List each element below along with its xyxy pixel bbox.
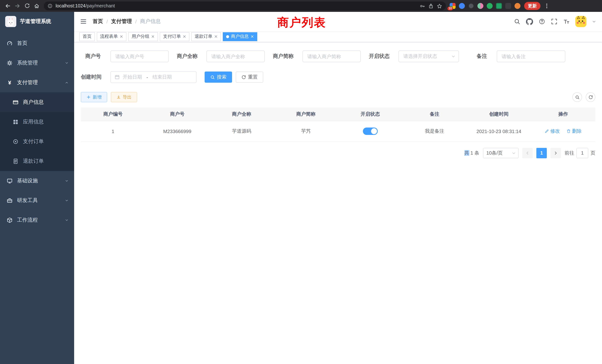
gear-icon bbox=[7, 60, 13, 66]
tab-close-icon[interactable] bbox=[183, 35, 186, 38]
browser-home-icon[interactable] bbox=[32, 1, 42, 11]
sidebar-item-merchant-info[interactable]: 商户信息 bbox=[0, 92, 74, 112]
tab-home[interactable]: 首页 bbox=[79, 32, 95, 41]
fullscreen-icon[interactable] bbox=[551, 18, 558, 25]
url-text: localhost:1024/pay/merchant bbox=[56, 3, 417, 9]
breadcrumb: 首页 / 支付管理 / 商户信息 bbox=[93, 18, 161, 25]
tab-merchant-info[interactable]: 商户信息 bbox=[223, 32, 257, 41]
status-toggle[interactable] bbox=[363, 128, 378, 135]
user-avatar[interactable] bbox=[575, 16, 586, 27]
merchant-no-input[interactable] bbox=[110, 50, 169, 62]
app-logo-row[interactable]: 芋道管理系统 bbox=[0, 12, 74, 31]
tab-close-icon[interactable] bbox=[151, 35, 155, 38]
card-icon bbox=[13, 99, 19, 105]
filter-create-time: 创建时间 开始日期 - 结束日期 bbox=[81, 71, 196, 83]
browser-reload-icon[interactable] bbox=[22, 1, 32, 11]
tab-pay-order[interactable]: 支付订单 bbox=[160, 32, 189, 41]
tab-close-icon[interactable] bbox=[214, 35, 218, 38]
help-icon[interactable] bbox=[539, 18, 545, 25]
column-header: 操作 bbox=[531, 107, 595, 121]
browser-address-bar[interactable]: localhost:1024/pay/merchant bbox=[44, 1, 446, 10]
font-size-icon[interactable] bbox=[563, 18, 570, 25]
status-select[interactable]: 请选择开启状态 bbox=[398, 50, 459, 62]
table-header-row: 商户编号 商户号 商户全称 商户简称 开启状态 备注 创建时间 操作 bbox=[81, 107, 595, 121]
full-name-input[interactable] bbox=[206, 50, 265, 62]
toggle-search-icon[interactable] bbox=[572, 92, 582, 102]
cell-merchant-no: M233666999 bbox=[145, 121, 209, 142]
extension-icon-6[interactable] bbox=[496, 3, 502, 9]
remark-input[interactable] bbox=[497, 50, 565, 62]
sidebar-item-home[interactable]: 首页 bbox=[0, 33, 74, 53]
page-number-button[interactable]: 1 bbox=[536, 148, 547, 158]
search-button[interactable]: 搜索 bbox=[205, 72, 232, 83]
browser-back-icon[interactable] bbox=[3, 1, 13, 11]
sidebar-item-infrastructure[interactable]: 基础设施 bbox=[0, 171, 74, 191]
browser-forward-icon[interactable] bbox=[13, 1, 22, 11]
sidebar-item-refund-order[interactable]: 退款订单 bbox=[0, 151, 74, 171]
extension-icon-3[interactable] bbox=[468, 3, 474, 9]
sidebar-item-label: 首页 bbox=[17, 40, 27, 46]
extension-icon-1[interactable]: 10 bbox=[450, 3, 456, 9]
export-button-label: 导出 bbox=[123, 94, 132, 100]
navbar-right bbox=[514, 16, 596, 27]
cell-operations: 修改 删除 bbox=[531, 121, 595, 142]
reset-button-label: 重置 bbox=[248, 74, 258, 80]
pagination-total: 共 1 条 bbox=[464, 150, 479, 156]
edit-button[interactable]: 修改 bbox=[545, 128, 560, 135]
page-size-select[interactable]: 10条/页 bbox=[483, 148, 519, 158]
cell-merchant-id: 1 bbox=[81, 121, 145, 142]
sidebar-item-workflow[interactable]: 工作流程 bbox=[0, 210, 74, 230]
tab-label: 用户分组 bbox=[132, 33, 149, 40]
extension-badge: 10 bbox=[447, 7, 453, 10]
sidebar-item-label: 支付订单 bbox=[23, 138, 44, 145]
breadcrumb-separator: / bbox=[135, 19, 137, 24]
chevron-down-icon bbox=[64, 179, 69, 183]
sidebar-item-system[interactable]: 系统管理 bbox=[0, 53, 74, 73]
share-icon[interactable] bbox=[428, 3, 434, 9]
reset-button[interactable]: 重置 bbox=[236, 72, 263, 83]
breadcrumb-current: 商户信息 bbox=[140, 18, 161, 25]
tab-close-icon[interactable] bbox=[251, 35, 254, 38]
browser-update-button[interactable]: 更新 bbox=[524, 2, 540, 10]
refresh-icon[interactable] bbox=[586, 92, 595, 102]
add-button[interactable]: 新增 bbox=[81, 92, 107, 102]
tab-process-form[interactable]: 流程表单 bbox=[97, 32, 126, 41]
sidebar-item-payment[interactable]: ¥ 支付管理 bbox=[0, 73, 74, 92]
cell-create-time: 2021-10-23 08:31:14 bbox=[467, 121, 531, 142]
monitor-icon bbox=[7, 178, 13, 184]
tab-label: 商户信息 bbox=[231, 33, 249, 40]
extension-icon-5[interactable] bbox=[487, 3, 493, 9]
github-icon[interactable] bbox=[526, 18, 533, 25]
extension-icon-8[interactable] bbox=[515, 3, 520, 9]
sidebar-item-app-info[interactable]: 应用信息 bbox=[0, 112, 74, 132]
export-button[interactable]: 导出 bbox=[111, 92, 137, 102]
filter-label: 商户号 bbox=[81, 53, 110, 60]
next-page-button[interactable] bbox=[550, 148, 561, 158]
sidebar-item-dev-tools[interactable]: 研发工具 bbox=[0, 191, 74, 210]
browser-menu-icon[interactable] bbox=[542, 1, 552, 11]
sidebar-item-pay-order[interactable]: 支付订单 bbox=[0, 132, 74, 151]
breadcrumb-section: 支付管理 bbox=[111, 18, 132, 25]
extension-icon-4[interactable] bbox=[477, 3, 483, 9]
search-icon[interactable] bbox=[514, 18, 520, 25]
tab-user-group[interactable]: 用户分组 bbox=[128, 32, 158, 41]
tab-refund-order[interactable]: 退款订单 bbox=[191, 32, 221, 41]
goto-page-input[interactable] bbox=[576, 148, 588, 158]
password-key-icon[interactable] bbox=[420, 3, 425, 9]
payment-submenu: 商户信息 应用信息 支付订单 bbox=[0, 92, 74, 171]
extension-icon-2[interactable] bbox=[459, 3, 465, 9]
prev-page-button[interactable] bbox=[522, 148, 533, 158]
user-menu-caret-icon[interactable] bbox=[592, 20, 596, 23]
browser-extensions: 10 bbox=[450, 3, 520, 9]
date-range-picker[interactable]: 开始日期 - 结束日期 bbox=[110, 71, 196, 83]
bookmark-star-icon[interactable] bbox=[437, 3, 442, 9]
grid-icon bbox=[13, 119, 19, 125]
delete-button[interactable]: 删除 bbox=[566, 128, 582, 135]
document-icon bbox=[13, 158, 19, 164]
extension-icon-7[interactable] bbox=[505, 3, 511, 9]
short-name-input[interactable] bbox=[302, 50, 361, 62]
breadcrumb-home[interactable]: 首页 bbox=[93, 18, 103, 25]
page-info-icon[interactable] bbox=[47, 3, 53, 9]
tab-close-icon[interactable] bbox=[120, 35, 123, 38]
sidebar-toggle-icon[interactable] bbox=[80, 18, 87, 25]
